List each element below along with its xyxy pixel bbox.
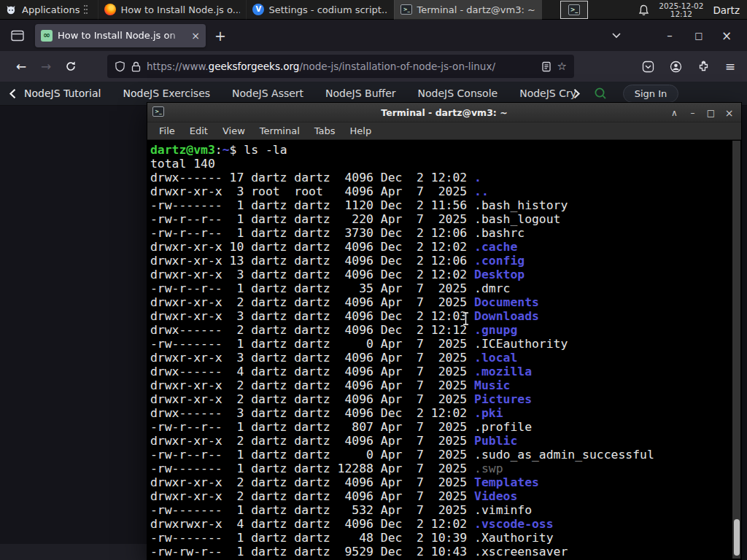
- gfg-nav-link[interactable]: NodeJS Tutorial: [24, 88, 101, 99]
- maximize-button[interactable]: □: [684, 31, 713, 41]
- terminal-listing-line: drwxr-xr-x 2 dartz dartz 4096 Apr 7 2025…: [150, 434, 732, 448]
- notification-bell-icon[interactable]: [638, 4, 649, 16]
- listing-filename: Downloads: [474, 309, 539, 323]
- url-text[interactable]: https://www.geeksforgeeks.org/node-js/in…: [147, 61, 535, 72]
- bookmark-star-icon[interactable]: ☆: [557, 60, 567, 73]
- gfg-nav-link[interactable]: NodeJS Console: [418, 88, 498, 99]
- listing-filename: ..: [474, 184, 489, 198]
- terminal-output[interactable]: dartz@vm3:~$ ls -latotal 140drwx------ 1…: [148, 141, 732, 559]
- terminal-window-controls: ∧ – □ ×: [665, 103, 738, 122]
- mouse-cursor-ibeam: [461, 311, 471, 326]
- shade-button[interactable]: ∧: [665, 108, 684, 118]
- firefox-view-icon[interactable]: [10, 29, 25, 42]
- scrollbar-thumb[interactable]: [734, 519, 740, 556]
- terminal-menubar: FileEditViewTerminalTabsHelp: [147, 122, 741, 140]
- terminal-listing-line: drwxr-xr-x 2 dartz dartz 4096 Apr 7 2025…: [150, 489, 732, 503]
- shield-icon[interactable]: [115, 61, 125, 72]
- applications-menu-button[interactable]: Applications: [0, 0, 98, 20]
- close-button[interactable]: ×: [713, 28, 740, 43]
- panel-dock-terminal[interactable]: >_: [560, 1, 588, 19]
- close-button[interactable]: ×: [720, 107, 738, 119]
- listing-columns: drwxr-xr-x 3 dartz dartz 4096 Dec 2 12:0…: [150, 309, 474, 323]
- gfg-nav-link[interactable]: NodeJS Assert: [232, 88, 303, 99]
- listing-filename: Music: [474, 378, 510, 392]
- terminal-menu-edit[interactable]: Edit: [182, 125, 215, 136]
- panel-user-label[interactable]: Dartz: [713, 4, 740, 16]
- reader-mode-icon[interactable]: [541, 61, 551, 72]
- scroll-right-chevron-icon[interactable]: [573, 88, 581, 99]
- panel-window-button-firefox[interactable]: How to Install Node.js o...: [98, 0, 246, 20]
- listing-columns: drwxr-xr-x 2 dartz dartz 4096 Apr 7 2025: [150, 378, 474, 392]
- browser-tab[interactable]: ∞ How to Install Node.js on ×: [35, 24, 206, 47]
- panel-window-button-vscodium[interactable]: VSettings - codium script...: [246, 0, 394, 20]
- geeksforgeeks-favicon: ∞: [41, 30, 53, 42]
- forward-button[interactable]: →: [34, 59, 58, 74]
- new-tab-button[interactable]: +: [214, 28, 226, 44]
- terminal-menu-view[interactable]: View: [215, 125, 252, 136]
- minimize-button[interactable]: –: [655, 29, 684, 42]
- terminal-menu-file[interactable]: File: [152, 125, 182, 136]
- terminal-menu-help[interactable]: Help: [343, 125, 379, 136]
- back-button[interactable]: ←: [9, 59, 34, 74]
- search-icon[interactable]: [594, 87, 607, 100]
- listing-columns: -rw------- 1 dartz dartz 1120 Dec 2 11:5…: [150, 198, 474, 212]
- url-domain: geeksforgeeks.org: [209, 61, 300, 72]
- panel-status-area: 2025-12-02 12:12 Dartz: [638, 0, 747, 20]
- tab-close-icon[interactable]: ×: [191, 31, 200, 41]
- sign-in-button[interactable]: Sign In: [623, 85, 678, 103]
- gfg-nav-items: NodeJS TutorialNodeJS ExercisesNodeJS As…: [24, 88, 576, 99]
- terminal-menu-terminal[interactable]: Terminal: [252, 125, 307, 136]
- application-menu-icon[interactable]: ≡: [725, 59, 735, 74]
- terminal-menu-tabs[interactable]: Tabs: [307, 125, 343, 136]
- prompt-cwd: ~: [222, 143, 230, 157]
- list-tabs-chevron-icon[interactable]: [611, 32, 622, 39]
- terminal-listing-line: drwxrwxr-x 4 dartz dartz 4096 Dec 2 12:0…: [150, 517, 732, 531]
- listing-filename: .sudo_as_admin_successful: [474, 448, 654, 462]
- listing-columns: drwx------ 2 dartz dartz 4096 Dec 2 12:1…: [150, 323, 474, 337]
- listing-filename: .swp: [474, 462, 503, 475]
- url-path: /node-js/installation-of-node-js-on-linu…: [299, 61, 495, 72]
- listing-columns: -rw-r--r-- 1 dartz dartz 3730 Dec 2 12:0…: [150, 226, 474, 240]
- listing-filename: .ICEauthority: [474, 337, 568, 351]
- page-bottom-strip: [0, 544, 147, 560]
- terminal-listing-line: -rw-r--r-- 1 dartz dartz 220 Apr 7 2025 …: [150, 212, 732, 226]
- account-icon[interactable]: [670, 61, 682, 73]
- panel-grip: [84, 4, 88, 15]
- maximize-button[interactable]: □: [702, 108, 720, 118]
- panel-window-button-terminal[interactable]: >_Terminal - dartz@vm3: ~: [394, 0, 542, 20]
- listing-filename: .bash_history: [474, 198, 568, 212]
- listing-filename: Documents: [474, 295, 539, 309]
- panel-window-label: Terminal - dartz@vm3: ~: [417, 4, 535, 15]
- extensions-puzzle-icon[interactable]: [697, 61, 710, 73]
- terminal-listing-line: drwxr-xr-x 13 dartz dartz 4096 Dec 2 12:…: [150, 254, 732, 268]
- terminal-scrollbar[interactable]: [732, 141, 740, 559]
- applications-label: Applications: [22, 4, 80, 15]
- terminal-listing-line: drwxr-xr-x 2 dartz dartz 4096 Apr 7 2025…: [150, 392, 732, 406]
- vscodium-icon: V: [252, 4, 264, 15]
- gfg-nav-link[interactable]: NodeJS Buffer: [325, 88, 396, 99]
- listing-columns: drwxr-xr-x 2 dartz dartz 4096 Apr 7 2025: [150, 434, 474, 448]
- terminal-listing-line: drwxr-xr-x 3 dartz dartz 4096 Dec 2 12:0…: [150, 309, 732, 323]
- terminal-icon: >_: [400, 4, 412, 15]
- url-bar[interactable]: https://www.geeksforgeeks.org/node-js/in…: [107, 55, 574, 78]
- listing-filename: .config: [474, 254, 525, 268]
- gfg-nav-link[interactable]: NodeJS Exercises: [123, 88, 210, 99]
- gfg-nav-link[interactable]: NodeJS Crypto: [519, 88, 576, 99]
- tab-title: How to Install Node.js on: [58, 30, 186, 41]
- panel-clock[interactable]: 2025-12-02 12:12: [659, 2, 703, 18]
- listing-filename: .local: [474, 351, 517, 365]
- listing-filename: .gnupg: [474, 323, 517, 337]
- clock-time: 12:12: [659, 10, 703, 18]
- reload-icon[interactable]: [65, 61, 77, 72]
- listing-filename: .: [474, 171, 481, 184]
- terminal-titlebar[interactable]: >_ Terminal - dartz@vm3: ~ ∧ – □ ×: [147, 103, 741, 122]
- scroll-left-chevron-icon[interactable]: [9, 88, 17, 99]
- listing-filename: .bash_logout: [474, 212, 560, 226]
- terminal-listing-line: -rw-r--r-- 1 dartz dartz 35 Apr 7 2025 .…: [150, 281, 732, 295]
- minimize-button[interactable]: –: [684, 108, 702, 118]
- listing-columns: drwxr-xr-x 2 dartz dartz 4096 Apr 7 2025: [150, 489, 474, 503]
- terminal-window-title: Terminal - dartz@vm3: ~: [147, 107, 741, 118]
- pocket-save-icon[interactable]: [642, 61, 654, 73]
- lock-icon[interactable]: [131, 61, 141, 72]
- firefox-window-controls: – □ ×: [611, 28, 740, 43]
